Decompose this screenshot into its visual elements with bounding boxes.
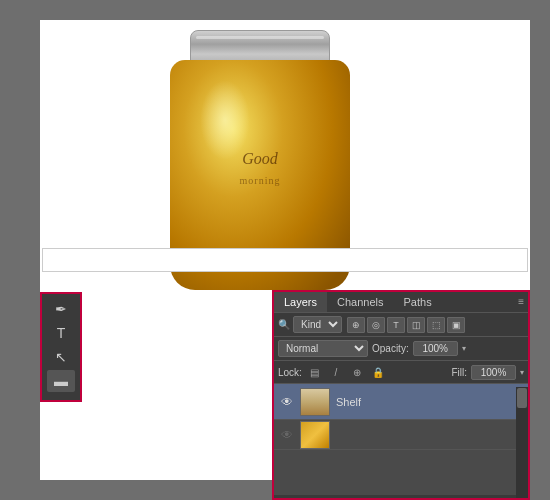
rect-tool[interactable]: ▬ bbox=[47, 370, 75, 392]
blend-mode-dropdown[interactable]: Normal Dissolve Multiply Screen Overlay bbox=[278, 340, 368, 357]
fill-arrow[interactable]: ▾ bbox=[520, 368, 524, 377]
panel-menu-icon[interactable]: ≡ bbox=[518, 296, 524, 307]
fill-input[interactable] bbox=[471, 365, 516, 380]
tab-layers[interactable]: Layers bbox=[274, 292, 327, 312]
opacity-label: Opacity: bbox=[372, 343, 409, 354]
extra-filter-icon[interactable]: ▣ bbox=[447, 317, 465, 333]
smart-filter-icon[interactable]: ⬚ bbox=[427, 317, 445, 333]
pixel-filter-icon[interactable]: ⊕ bbox=[347, 317, 365, 333]
opacity-arrow[interactable]: ▾ bbox=[462, 344, 466, 353]
tab-paths[interactable]: Paths bbox=[394, 292, 442, 312]
lock-artboard-button[interactable]: ⊕ bbox=[348, 364, 366, 380]
toolbox: ✒ T ↖ ▬ bbox=[40, 292, 82, 402]
layer-item-partial[interactable]: 👁 bbox=[274, 420, 528, 450]
pen-tool[interactable]: ✒ bbox=[47, 298, 75, 320]
selection-bar[interactable] bbox=[42, 248, 528, 272]
opacity-input[interactable] bbox=[413, 341, 458, 356]
shape-filter-icon[interactable]: ◫ bbox=[407, 317, 425, 333]
layers-panel: Layers Channels Paths ≡ 🔍 Kind ⊕ ◎ T ◫ ⬚… bbox=[272, 290, 530, 500]
visibility-icon[interactable]: 👁 bbox=[278, 393, 296, 411]
tab-channels[interactable]: Channels bbox=[327, 292, 393, 312]
blend-row: Normal Dissolve Multiply Screen Overlay … bbox=[274, 337, 528, 361]
lock-row: Lock: ▤ / ⊕ 🔒 Fill: ▾ bbox=[274, 361, 528, 384]
type-filter-icon[interactable]: T bbox=[387, 317, 405, 333]
layers-scrollbar[interactable] bbox=[516, 387, 528, 498]
type-tool[interactable]: T bbox=[47, 322, 75, 344]
layer-item-shelf[interactable]: 👁 Shelf bbox=[274, 384, 528, 420]
layer-list: 👁 Shelf 👁 bbox=[274, 384, 528, 495]
layer-thumbnail-shelf bbox=[300, 388, 330, 416]
lock-pixel-button[interactable]: ▤ bbox=[306, 364, 324, 380]
select-tool[interactable]: ↖ bbox=[47, 346, 75, 368]
lock-label: Lock: bbox=[278, 367, 302, 378]
kind-row: 🔍 Kind ⊕ ◎ T ◫ ⬚ ▣ bbox=[274, 313, 528, 337]
lock-position-button[interactable]: / bbox=[327, 364, 345, 380]
layers-tabs: Layers Channels Paths ≡ bbox=[274, 292, 528, 313]
kind-dropdown[interactable]: Kind bbox=[293, 316, 342, 333]
visibility-icon-2[interactable]: 👁 bbox=[278, 426, 296, 444]
lock-all-button[interactable]: 🔒 bbox=[369, 364, 387, 380]
canvas-area: Good morning ✒ T ↖ ▬ Layers Channels Pat… bbox=[0, 0, 550, 500]
kind-filter-icons: ⊕ ◎ T ◫ ⬚ ▣ bbox=[347, 317, 465, 333]
layer-name-shelf: Shelf bbox=[336, 396, 361, 408]
scrollbar-thumb[interactable] bbox=[517, 388, 527, 408]
search-icon: 🔍 bbox=[278, 319, 290, 330]
lock-icons: ▤ / ⊕ 🔒 bbox=[306, 364, 387, 380]
jar-text: Good bbox=[242, 150, 278, 168]
adjustment-filter-icon[interactable]: ◎ bbox=[367, 317, 385, 333]
jar-subtext: morning bbox=[240, 175, 281, 186]
fill-label: Fill: bbox=[451, 367, 467, 378]
layer-thumbnail-2 bbox=[300, 421, 330, 449]
